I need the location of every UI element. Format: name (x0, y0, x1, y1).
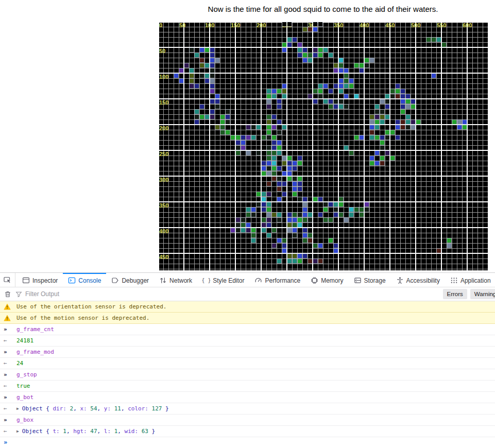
console-row-command[interactable]: »g_box (0, 415, 495, 426)
grid-cell (267, 94, 271, 98)
tab-network[interactable]: Network (154, 273, 197, 287)
command-text: g_box (16, 415, 33, 425)
grid-cell (287, 228, 292, 232)
expand-object-icon[interactable]: ▶ (16, 426, 19, 437)
grid-cell (334, 84, 338, 88)
command-caret-icon: » (4, 415, 16, 425)
object-preview: Object { dir: 2, x: 54, y: 11, color: 12… (22, 403, 169, 414)
grid-cell (267, 182, 271, 186)
grid-cell (257, 151, 261, 155)
grid-cell (205, 79, 209, 83)
grid-line (158, 233, 488, 233)
grid-cell (262, 192, 266, 196)
grid-cell (200, 74, 204, 78)
grid-cell (318, 213, 322, 217)
grid-cell (236, 151, 240, 155)
tab-inspector[interactable]: Inspector (17, 273, 63, 287)
clear-console-button[interactable] (0, 290, 15, 298)
grid-cell (251, 208, 255, 212)
grid-cell (298, 43, 302, 47)
grid-cell (334, 105, 338, 109)
grid-cell (195, 53, 199, 57)
console-input-row[interactable]: » (0, 437, 495, 448)
grid-cell (318, 259, 322, 263)
console-row-command[interactable]: »g_frame_mod (0, 347, 495, 358)
tab-label: Inspector (32, 277, 58, 284)
tab-style-editor[interactable]: { }Style Editor (197, 273, 249, 287)
grid-cell (323, 84, 328, 88)
grid-cell (303, 197, 307, 201)
tab-memory[interactable]: Memory (305, 273, 348, 287)
grid-cell (226, 110, 230, 114)
grid-cell (287, 177, 292, 181)
axis-label-y: 150 (159, 100, 168, 105)
grid-cell (287, 259, 292, 263)
style-editor-icon: { } (202, 277, 210, 284)
grid-cell (298, 48, 302, 52)
tab-storage[interactable]: Storage (349, 273, 391, 287)
grid-cell (334, 202, 338, 206)
tab-application[interactable]: Application (445, 273, 495, 287)
memory-icon (311, 277, 318, 284)
console-row-command[interactable]: »g_frame_cnt (0, 324, 495, 335)
filter-output-input[interactable] (25, 290, 443, 298)
grid-cell (344, 84, 348, 88)
result-value: 24 (16, 358, 23, 369)
grid-cell (354, 208, 359, 212)
grid-cell (200, 48, 204, 52)
tab-accessibility[interactable]: Accessibility (391, 273, 445, 287)
grid-cell (308, 27, 312, 31)
node-picker-button[interactable] (0, 273, 15, 287)
grid-cell (195, 115, 199, 119)
grid-cell (334, 208, 338, 212)
grid-cell (334, 213, 338, 217)
grid-cell (401, 120, 405, 124)
grid-cell (267, 208, 271, 212)
tab-label: Accessibility (406, 277, 440, 284)
tab-performance[interactable]: Performance (249, 273, 305, 287)
grid-cell (318, 53, 322, 57)
console-row-result: ←true (0, 381, 495, 392)
grid-cell (416, 120, 420, 124)
console-icon (68, 277, 76, 284)
grid-line (158, 253, 488, 254)
axis-label-y: 300 (159, 177, 168, 182)
grid-cell (293, 182, 297, 186)
grid-cell (293, 259, 297, 263)
tab-debugger[interactable]: Debugger (106, 273, 154, 287)
grid-cell (334, 68, 338, 73)
grid-cell (272, 151, 276, 155)
grid-cell (251, 125, 255, 129)
grid-cell (277, 89, 281, 93)
grid-cell (349, 79, 353, 83)
axis-label-x: 450 (385, 23, 395, 28)
grid-cell (354, 94, 359, 98)
grid-cell (272, 228, 276, 232)
grid-line (158, 150, 488, 151)
errors-filter-button[interactable]: Errors (443, 289, 467, 299)
grid-cell (375, 105, 379, 109)
tab-console[interactable]: Console (63, 273, 106, 287)
grid-cell (210, 89, 214, 93)
grid-line (158, 83, 488, 84)
axis-label-x: 550 (437, 23, 446, 28)
game-canvas[interactable]: 0501001502002503003504004505005506005010… (158, 22, 488, 270)
grid-cell (318, 89, 322, 93)
trash-icon (4, 290, 11, 298)
console-row-command[interactable]: »g_stop (0, 369, 495, 381)
grid-cell (360, 68, 364, 73)
grid-cell (241, 146, 245, 150)
grid-cell (318, 197, 322, 201)
console-row-command[interactable]: »g_bot (0, 392, 495, 403)
grid-cell (267, 218, 271, 222)
expand-object-icon[interactable]: ▶ (16, 403, 19, 414)
tab-label: Application (460, 277, 491, 284)
grid-cell (246, 213, 250, 217)
warnings-filter-button[interactable]: Warnings (470, 289, 495, 299)
grid-cell (262, 197, 266, 201)
tab-label: Debugger (122, 277, 149, 284)
grid-cell (313, 89, 317, 93)
grid-line (158, 109, 488, 110)
grid-cell (241, 228, 245, 232)
grid-cell (215, 94, 219, 98)
